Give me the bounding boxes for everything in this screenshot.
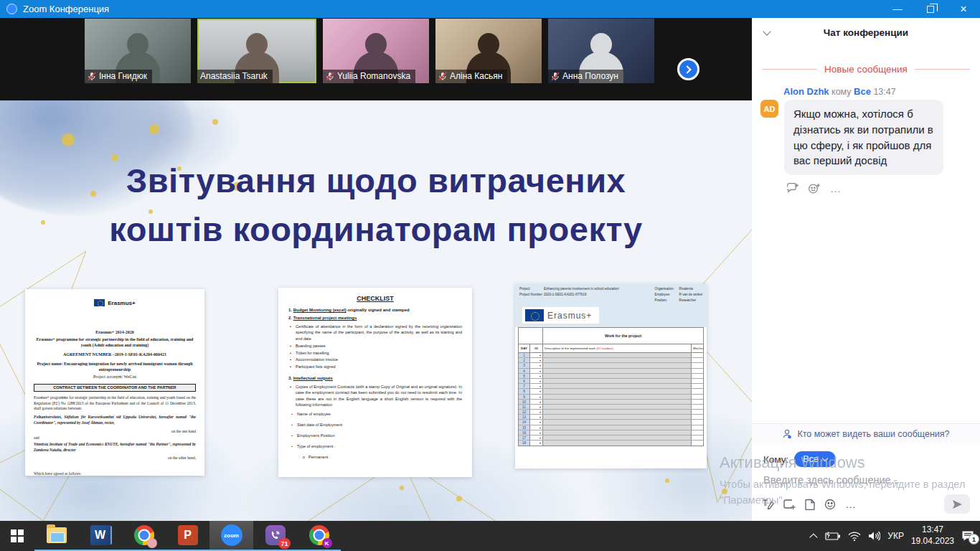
checklist-item-3: 3. Intellectual outputs <box>288 376 462 380</box>
action-center-button[interactable]: 1 <box>961 530 974 542</box>
recipient-dropdown[interactable]: Все <box>794 451 836 467</box>
message-time: 13:47 <box>873 87 895 97</box>
slide-title: Звітування щодо витрачених коштів коорди… <box>0 156 752 254</box>
doc1-agreed: Which have agreed as follows: <box>34 471 196 476</box>
participant-video-3[interactable]: Yuliia Romanovska <box>323 19 429 83</box>
file-icon[interactable] <box>805 499 815 510</box>
eu-flag-icon <box>94 299 105 306</box>
wifi-icon[interactable] <box>848 532 861 541</box>
emoji-icon[interactable] <box>824 499 836 510</box>
participant-video-1[interactable]: Інна Гнидюк <box>85 19 191 83</box>
powerpoint-icon: P <box>178 525 198 545</box>
windows-taskbar: W P zoom 71 K <box>0 521 980 551</box>
message-sender[interactable]: Alon Dzhk <box>783 86 829 97</box>
taskbar-chrome-profile-k[interactable]: K <box>297 521 341 551</box>
message-bubble: Якщо можна, хотілося б дізнатись як ви п… <box>784 100 943 175</box>
send-icon <box>952 499 963 509</box>
muted-mic-icon <box>88 72 96 81</box>
taskbar-chrome[interactable] <box>122 521 166 551</box>
doc1-one-hand: on the one hand <box>34 429 196 433</box>
taskbar-word[interactable]: W <box>78 521 122 551</box>
add-reaction-icon[interactable] <box>809 183 821 194</box>
doc1-contract-box: CONTRACT BETWEEN THE COORDINATOR AND THE… <box>34 384 196 392</box>
next-participants-button[interactable] <box>677 58 699 80</box>
eu-flag-icon <box>525 309 544 321</box>
system-tray: УКР 13:47 19.04.2023 1 <box>812 521 980 551</box>
more-actions-icon[interactable]: … <box>830 182 842 194</box>
word-icon: W <box>90 525 110 545</box>
timesheet-column-headers: DAY IO Description of the implemented wo… <box>518 344 704 353</box>
participant-name: Інна Гнидюк <box>99 71 147 81</box>
close-button[interactable]: × <box>947 0 980 18</box>
erasmus-logo: Erasmus+ <box>34 299 196 306</box>
minimize-button[interactable]: — <box>881 0 914 18</box>
format-text-icon[interactable] <box>762 499 774 510</box>
window-controls: — × <box>881 0 980 18</box>
tray-date: 19.04.2023 <box>911 536 954 547</box>
windows-logo-icon <box>11 529 24 542</box>
doc1-paragraph: Erasmus+ programme for strategic partner… <box>34 395 196 412</box>
chrome-k-badge: K <box>322 538 332 548</box>
chevron-down-icon <box>822 455 828 461</box>
start-button[interactable] <box>0 521 34 551</box>
zoom-icon: zoom <box>221 524 242 546</box>
doc1-partner: Vinnitsia Institute of Trade and Economi… <box>34 442 196 453</box>
participant-video-2-active-speaker[interactable]: Anastasiia Tsaruk <box>197 19 316 83</box>
checklist-item-1: 1. Budget Monitoring (excel) originally … <box>288 308 462 312</box>
doc1-other-hand: on the other hand, <box>34 456 196 460</box>
language-indicator[interactable]: УКР <box>887 531 904 541</box>
window-title: Zoom Конференция <box>23 4 109 14</box>
battery-icon[interactable] <box>825 532 841 540</box>
reply-icon[interactable] <box>787 183 799 194</box>
privacy-note[interactable]: Кто может видеть ваши сообщения? <box>752 423 980 444</box>
checklist-title: CHECKLIST <box>288 295 462 302</box>
timesheet-header: Project:Enhancing parents involvement in… <box>515 284 707 306</box>
taskbar-file-explorer[interactable] <box>34 521 78 551</box>
participant-video-4[interactable]: Аліна Касьян <box>435 19 542 83</box>
timesheet-table-title: Work for the project <box>543 328 703 344</box>
chevron-down-icon[interactable] <box>764 28 771 35</box>
tray-time: 13:47 <box>911 524 954 536</box>
new-messages-label: Новые сообщения <box>824 64 908 75</box>
viber-badge: 71 <box>278 538 290 549</box>
screen: Zoom Конференция — × Інна Гнидюк <box>0 0 980 551</box>
timesheet-rows: 1▾2▾3▾4▾5▾6▾7▾8▾9▾10▾11▾12▾13▾14▾15▾16▾1… <box>518 353 704 446</box>
doc1-coordinator: Folkuniversitetet, Stiftelsen för Kursve… <box>34 415 196 426</box>
taskbar-viber[interactable]: 71 <box>253 521 297 551</box>
chrome-profile-avatar <box>147 538 157 548</box>
person-icon <box>782 429 793 439</box>
message-header: Alon Dzhk кому Все 13:47 <box>783 86 971 97</box>
checklist-employment-bullet: Copies of Employment Contracts (with a s… <box>288 384 462 408</box>
shared-presentation-slide: Звітування щодо витрачених коштів коорди… <box>0 100 752 521</box>
restore-icon <box>927 6 934 13</box>
message-input[interactable]: Введите здесь сообщение... <box>752 467 980 486</box>
doc1-agreement-number: AGREEMENT NUMBER –2019-1-SE01-KA204-0604… <box>34 352 196 358</box>
taskbar-zoom-active[interactable]: zoom <box>209 521 253 551</box>
muted-mic-icon <box>438 72 447 81</box>
doc1-heading: Erasmus+ 2014-2020 <box>34 329 196 336</box>
avatar: AD <box>760 100 778 118</box>
chat-title: Чат конференции <box>824 27 908 38</box>
timesheet-document-thumbnail: Project:Enhancing parents involvement in… <box>515 284 707 468</box>
toolbar-more-icon[interactable]: … <box>845 498 857 510</box>
zoom-app-icon <box>6 4 17 14</box>
send-button[interactable] <box>944 494 970 514</box>
muted-mic-icon <box>326 72 334 81</box>
file-explorer-icon <box>47 527 67 543</box>
taskbar-powerpoint[interactable]: P <box>166 521 209 551</box>
clock[interactable]: 13:47 19.04.2023 <box>911 524 954 547</box>
show-hidden-icons-button[interactable] <box>812 533 818 539</box>
doc1-and: and <box>34 435 196 441</box>
erasmus-logo: Erasmus+ <box>515 306 707 327</box>
compose-recipient-row: Кому: Все <box>752 444 980 467</box>
participant-name: Аліна Касьян <box>450 71 502 81</box>
doc1-subheading: Erasmus+ programme for strategic partner… <box>34 336 196 349</box>
participant-video-5[interactable]: Анна Полозун <box>548 19 654 83</box>
message-recipient[interactable]: Все <box>854 86 871 97</box>
window-title-bar: Zoom Конференция — × <box>0 0 980 18</box>
volume-icon[interactable] <box>868 531 880 541</box>
chat-toolbar: … <box>752 486 980 521</box>
restore-button[interactable] <box>914 0 947 18</box>
screenshot-icon[interactable] <box>783 499 796 510</box>
contract-document-thumbnail: Erasmus+ Erasmus+ 2014-2020 Erasmus+ pro… <box>25 289 204 476</box>
